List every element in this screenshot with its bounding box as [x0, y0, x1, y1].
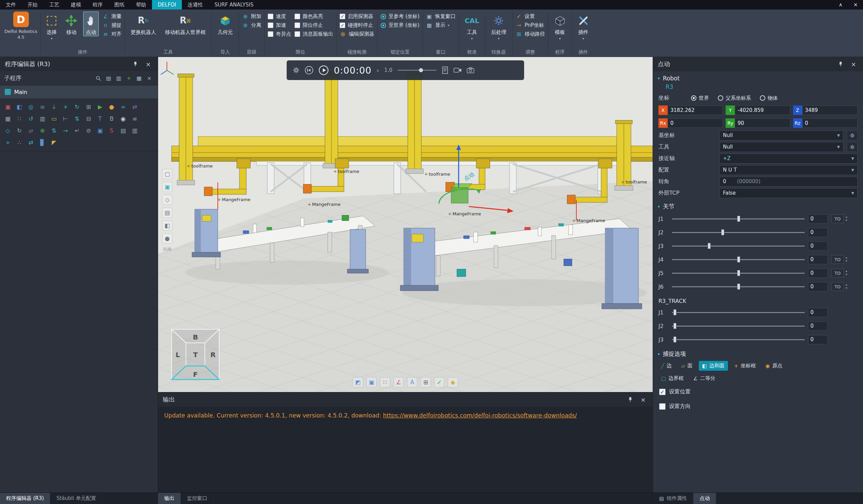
io-icon[interactable]: ▣ — [95, 126, 105, 136]
grid2-icon[interactable]: ▦ — [3, 114, 13, 124]
joint-slider-j2[interactable] — [672, 229, 805, 236]
program-grid-icon[interactable]: ▦ — [135, 74, 143, 83]
close-icon[interactable]: × — [849, 60, 858, 68]
base-frame-dropdown[interactable]: Null▼ — [720, 130, 843, 140]
chart-icon[interactable]: ▊ — [37, 137, 48, 148]
frame-icon[interactable]: ◧ — [14, 102, 24, 112]
rz-input[interactable] — [802, 118, 858, 128]
iso-view-icon[interactable]: ◇ — [162, 195, 172, 205]
message-output-checkbox[interactable]: 消息面板输出 — [295, 31, 333, 37]
select-part-icon[interactable]: ◩ — [353, 377, 363, 387]
coord-parent-radio[interactable]: 父系坐标系 — [718, 95, 751, 101]
approach-axis-dropdown[interactable]: +Z▼ — [720, 154, 858, 163]
section-robot[interactable]: ▾ Robot — [653, 71, 863, 84]
add-program-icon[interactable]: + — [125, 74, 133, 83]
joint-spinner-j4[interactable]: ▴▾ — [846, 256, 847, 263]
track-slider-j3[interactable] — [672, 336, 805, 343]
snap-bbox-button[interactable]: ▢边界框 — [658, 374, 687, 383]
annotate-icon[interactable]: A — [407, 377, 417, 387]
joint-slider-j4[interactable] — [672, 256, 805, 263]
joint-slider-j5[interactable] — [672, 270, 805, 276]
export-icon[interactable]: » — [3, 137, 13, 148]
measure-tool-icon[interactable]: ∠ — [393, 377, 404, 387]
detach-button[interactable]: ⊗分离 — [242, 22, 261, 28]
tab-staubli-config[interactable]: Stäubli 单元配置 — [50, 493, 102, 504]
merge-icon[interactable]: ⇄ — [26, 137, 36, 148]
notes-icon[interactable]: ▤ — [118, 126, 128, 136]
render-icon[interactable]: ● — [162, 234, 172, 243]
pin-icon[interactable] — [836, 60, 845, 68]
loop-icon[interactable]: ↻ — [14, 126, 24, 136]
section-joints[interactable]: ▾ 关节 — [653, 199, 863, 212]
menu-start[interactable]: 开始 — [22, 0, 43, 10]
stop-on-collision-checkbox[interactable]: ✓碰撞时停止 — [340, 22, 374, 28]
export-report-icon[interactable] — [442, 66, 449, 74]
play-icon[interactable] — [318, 65, 329, 75]
menu-file[interactable]: 文件 — [0, 0, 22, 10]
geometry-button[interactable]: 几何元 — [215, 12, 235, 36]
stop-icon[interactable]: S — [107, 126, 117, 136]
close-icon[interactable]: × — [143, 60, 153, 68]
x-position-input[interactable] — [667, 105, 723, 115]
tree-item-main[interactable]: Main — [0, 86, 158, 98]
rotate-icon[interactable]: ↻ — [72, 102, 82, 112]
pose-icon[interactable]: ▣ — [3, 102, 13, 112]
coord-object-radio[interactable]: 物体 — [760, 95, 778, 101]
menu-drawing[interactable]: 图纸 — [109, 0, 130, 10]
duplicate-program-icon[interactable]: ▥ — [114, 74, 123, 83]
menu-delfoi[interactable]: DELFOI — [152, 0, 182, 10]
joint-spinner-j6[interactable]: ▴▾ — [846, 283, 847, 290]
approach-icon[interactable]: ↓ — [49, 102, 59, 112]
snap-edge-face-button[interactable]: ◧边和面 — [699, 361, 728, 371]
z-position-input[interactable] — [802, 105, 858, 115]
set-position-checkbox[interactable]: ✓ — [659, 389, 665, 395]
pin-icon[interactable] — [130, 60, 140, 68]
swap-icon[interactable]: ⇅ — [49, 126, 59, 136]
track-slider-j1[interactable] — [672, 309, 805, 316]
tab-program-editor[interactable]: 程序编辑器 (R3) — [0, 493, 50, 504]
joint-value-j4[interactable] — [808, 255, 828, 264]
download-link[interactable]: https://www.delfoirobotics.com/delfoi-ro… — [383, 412, 577, 419]
accel-checkbox[interactable]: 加速 — [268, 22, 291, 28]
speed-slider[interactable] — [398, 68, 437, 73]
shuffle-icon[interactable]: ⇅ — [72, 114, 82, 124]
track-slider-j2[interactable] — [672, 323, 805, 329]
world-frame-icon[interactable]: ◎ — [26, 102, 36, 112]
navigation-cube[interactable]: B L T R F — [168, 326, 223, 383]
joint-to-button-j1[interactable]: TO — [831, 214, 844, 223]
camera-views-icon[interactable]: ◆ — [448, 377, 458, 387]
joint-slider-j3[interactable] — [672, 242, 805, 249]
track-value-j2[interactable] — [808, 322, 828, 331]
select-node-icon[interactable]: ∷ — [380, 377, 390, 387]
tool-dropdown[interactable]: Null▼ — [720, 142, 843, 152]
align-icon[interactable]: ≡ — [37, 102, 48, 112]
snap-face-button[interactable]: ▱面 — [678, 361, 696, 371]
tab-component-properties[interactable]: ▤组件属性 — [653, 493, 693, 504]
columns-icon[interactable]: ▥ — [37, 114, 48, 124]
restore-windows-button[interactable]: ▣恢复窗口 — [426, 13, 455, 20]
joint-value-j1[interactable] — [808, 214, 828, 224]
fit-view-icon[interactable]: ▢ — [162, 169, 172, 179]
pin-icon[interactable] — [626, 395, 635, 404]
link-icon[interactable]: ∞ — [118, 102, 128, 112]
check-icon[interactable]: ✓ — [434, 377, 445, 387]
jog-cross-icon[interactable]: + — [60, 102, 71, 112]
rx-input[interactable] — [667, 118, 723, 128]
joint-slider-j6[interactable] — [672, 283, 805, 290]
menu-connectivity[interactable]: 连通性 — [182, 0, 209, 10]
joint-value-j6[interactable] — [808, 282, 828, 291]
edit-detector-button[interactable]: 编辑探测器 — [340, 31, 374, 37]
snapshot-icon[interactable] — [467, 67, 474, 73]
swap-robot-button[interactable]: R↻ 更换机器人 — [128, 12, 159, 36]
doc-icon[interactable]: ▥ — [129, 126, 140, 136]
skip-start-icon[interactable] — [305, 66, 313, 75]
grid-icon[interactable]: ⊞ — [84, 102, 93, 112]
shape-icon[interactable]: ◇ — [3, 126, 13, 136]
copy-icon[interactable]: ▱ — [26, 126, 36, 136]
joint-to-button-j6[interactable]: TO — [831, 282, 844, 291]
color-highlight-checkbox[interactable]: 颜色高亮 — [295, 13, 333, 20]
template-button[interactable]: 模板▾ — [552, 12, 568, 42]
menu-help[interactable]: 帮助 — [130, 0, 152, 10]
playback-speed-value[interactable]: 1.0 — [384, 67, 392, 73]
text-icon[interactable]: T — [95, 114, 105, 124]
